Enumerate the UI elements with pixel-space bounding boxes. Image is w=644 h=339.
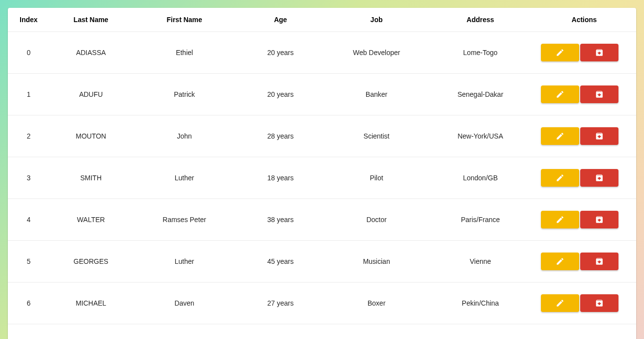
edit-icon — [556, 173, 564, 182]
cell-firstname: Ramses Peter — [133, 199, 237, 241]
header-address: Address — [429, 8, 533, 32]
cell-job: Musician — [324, 241, 429, 282]
edit-button[interactable] — [541, 85, 579, 103]
cell-age: 20 years — [236, 74, 324, 115]
delete-button[interactable] — [580, 169, 618, 187]
cell-job: Pilot — [324, 157, 429, 199]
header-age: Age — [236, 8, 324, 32]
edit-icon — [556, 90, 564, 99]
archive-icon — [595, 299, 604, 308]
archive-icon — [595, 48, 604, 57]
cell-index: 3 — [8, 157, 50, 199]
edit-button[interactable] — [541, 294, 579, 312]
cell-lastname: MICHAEL — [50, 282, 133, 324]
users-table: Index Last Name First Name Age Job Addre… — [8, 8, 636, 324]
cell-job: Doctor — [324, 199, 429, 241]
archive-icon — [595, 90, 604, 99]
archive-icon — [595, 132, 604, 141]
header-row: Index Last Name First Name Age Job Addre… — [8, 8, 636, 32]
cell-lastname: SMITH — [50, 157, 133, 199]
cell-lastname: GEORGES — [50, 241, 133, 282]
cell-actions — [532, 115, 636, 157]
table-row: 0ADIASSAEthiel20 yearsWeb DeveloperLome-… — [8, 32, 636, 74]
cell-job: Web Developer — [324, 32, 429, 74]
cell-firstname: Luther — [133, 241, 237, 282]
cell-age: 27 years — [236, 282, 324, 324]
archive-icon — [595, 215, 604, 224]
cell-actions — [532, 32, 636, 74]
delete-button[interactable] — [580, 211, 618, 228]
cell-age: 28 years — [236, 115, 324, 157]
edit-button[interactable] — [541, 211, 579, 228]
header-lastname: Last Name — [50, 8, 133, 32]
edit-button[interactable] — [541, 253, 579, 270]
delete-button[interactable] — [580, 44, 618, 61]
header-job: Job — [324, 8, 429, 32]
cell-index: 5 — [8, 241, 50, 282]
cell-address: Pekin/China — [429, 282, 533, 324]
archive-icon — [595, 173, 604, 182]
edit-icon — [556, 132, 564, 141]
cell-address: Lome-Togo — [429, 32, 533, 74]
cell-job: Banker — [324, 74, 429, 115]
delete-button[interactable] — [580, 127, 618, 145]
cell-firstname: Luther — [133, 157, 237, 199]
cell-firstname: John — [133, 115, 237, 157]
cell-index: 4 — [8, 199, 50, 241]
cell-actions — [532, 74, 636, 115]
cell-lastname: WALTER — [50, 199, 133, 241]
delete-button[interactable] — [580, 294, 618, 312]
cell-lastname: ADIASSA — [50, 32, 133, 74]
edit-icon — [556, 299, 564, 308]
header-firstname: First Name — [133, 8, 237, 32]
table-row: 5GEORGESLuther45 yearsMusicianVienne — [8, 241, 636, 282]
cell-address: New-York/USA — [429, 115, 533, 157]
add-user-form: Last Name First Name Age Job Address — [8, 324, 636, 339]
cell-address: Senegal-Dakar — [429, 74, 533, 115]
cell-actions — [532, 241, 636, 282]
edit-button[interactable] — [541, 127, 579, 145]
cell-index: 6 — [8, 282, 50, 324]
cell-firstname: Daven — [133, 282, 237, 324]
edit-icon — [556, 257, 564, 266]
header-actions: Actions — [532, 8, 636, 32]
cell-actions — [532, 157, 636, 199]
edit-icon — [556, 48, 564, 57]
cell-index: 1 — [8, 74, 50, 115]
archive-icon — [595, 257, 604, 266]
cell-age: 38 years — [236, 199, 324, 241]
cell-age: 45 years — [236, 241, 324, 282]
cell-address: London/GB — [429, 157, 533, 199]
edit-icon — [556, 215, 564, 224]
cell-address: Paris/France — [429, 199, 533, 241]
cell-job: Boxer — [324, 282, 429, 324]
cell-age: 18 years — [236, 157, 324, 199]
delete-button[interactable] — [580, 253, 618, 270]
delete-button[interactable] — [580, 85, 618, 103]
cell-actions — [532, 282, 636, 324]
edit-button[interactable] — [541, 44, 579, 61]
cell-lastname: ADUFU — [50, 74, 133, 115]
cell-index: 2 — [8, 115, 50, 157]
table-row: 6MICHAELDaven27 yearsBoxerPekin/China — [8, 282, 636, 324]
cell-lastname: MOUTON — [50, 115, 133, 157]
table-row: 4WALTERRamses Peter38 yearsDoctorParis/F… — [8, 199, 636, 241]
table-row: 1ADUFUPatrick20 yearsBankerSenegal-Dakar — [8, 74, 636, 115]
cell-address: Vienne — [429, 241, 533, 282]
cell-index: 0 — [8, 32, 50, 74]
cell-job: Scientist — [324, 115, 429, 157]
table-row: 2MOUTONJohn28 yearsScientistNew-York/USA — [8, 115, 636, 157]
edit-button[interactable] — [541, 169, 579, 187]
table-row: 3SMITHLuther18 yearsPilotLondon/GB — [8, 157, 636, 199]
cell-actions — [532, 199, 636, 241]
cell-firstname: Ethiel — [133, 32, 237, 74]
cell-age: 20 years — [236, 32, 324, 74]
cell-firstname: Patrick — [133, 74, 237, 115]
header-index: Index — [8, 8, 50, 32]
data-table-card: Index Last Name First Name Age Job Addre… — [8, 8, 636, 339]
